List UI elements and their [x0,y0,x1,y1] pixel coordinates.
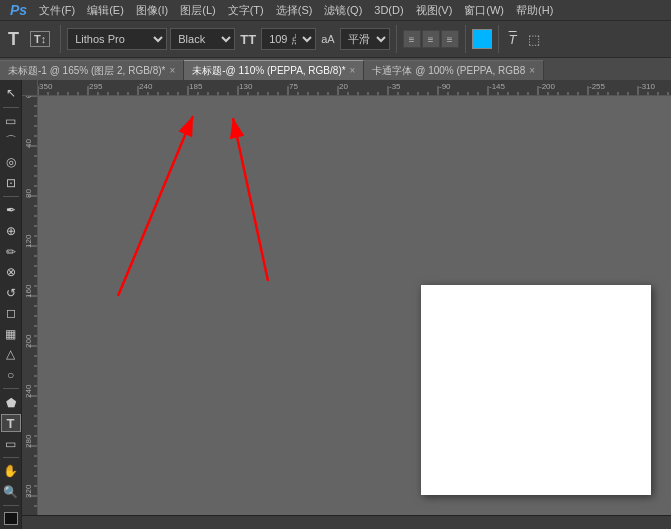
align-center-button[interactable]: ≡ [422,30,440,48]
text-tool-button[interactable]: T [4,27,23,52]
tab-1-close[interactable]: × [350,65,356,76]
text-orientation-icon: T↕ [30,31,50,47]
horizontal-ruler-canvas [38,80,671,96]
foreground-color[interactable] [4,512,18,525]
svg-line-2 [233,118,268,281]
tool-spot-heal[interactable]: ⊕ [1,222,21,241]
tool-lasso[interactable]: ⌒ [1,132,21,151]
menu-bar: Ps 文件(F) 编辑(E) 图像(I) 图层(L) 文字(T) 选择(S) 滤… [0,0,671,20]
tool-clone[interactable]: ⊗ [1,263,21,282]
content-area [22,96,671,515]
svg-line-1 [118,116,193,296]
font-size-icon: TT [238,30,258,49]
tool-text[interactable]: T [1,414,21,433]
tab-1[interactable]: 未标题-@ 110% (PEPPA, RGB/8)* × [184,60,364,80]
menu-select[interactable]: 选择(S) [270,1,319,20]
menu-3d[interactable]: 3D(D) [368,2,409,18]
tab-2-close[interactable]: × [529,65,535,76]
vertical-ruler-canvas [22,96,38,515]
tool-gradient[interactable]: ▦ [1,325,21,344]
document-canvas [421,285,651,495]
tool-dodge[interactable]: ○ [1,366,21,385]
tool-crop[interactable]: ⊡ [1,174,21,193]
text-orientation-button[interactable]: T↕ [26,29,54,49]
vertical-ruler [22,96,38,515]
font-size-select[interactable]: 109 点 [261,28,316,50]
canvas-container [22,80,671,529]
anti-alias-label: aA [319,31,336,47]
tabs-bar: 未标题-1 @ 165% (图层 2, RGB/8)* × 未标题-@ 110%… [0,58,671,80]
tool-history-brush[interactable]: ↺ [1,283,21,302]
tab-0-close[interactable]: × [169,65,175,76]
options-toolbar: T T↕ Lithos Pro Black TT 109 点 aA 平滑 ≡ ≡… [0,20,671,58]
anti-alias-select[interactable]: 平滑 [340,28,390,50]
tool-marquee[interactable]: ▭ [1,112,21,131]
tool-shape[interactable]: ▭ [1,434,21,453]
menu-filter[interactable]: 滤镜(Q) [318,1,368,20]
tab-2[interactable]: 卡通字体 @ 100% (PEPPA, RGB8 × [364,60,544,80]
align-left-button[interactable]: ≡ [403,30,421,48]
tool-brush[interactable]: ✏ [1,242,21,261]
separator-2 [396,25,397,53]
tool-quick-select[interactable]: ◎ [1,153,21,172]
tool-path[interactable]: ⬟ [1,393,21,412]
font-family-select[interactable]: Lithos Pro [67,28,167,50]
separator-3 [465,25,466,53]
tool-separator-1 [3,107,19,108]
font-style-select[interactable]: Black [170,28,235,50]
separator-4 [498,25,499,53]
tool-separator-2 [3,196,19,197]
bottom-scrollbar[interactable] [22,515,671,529]
tab-1-label: 未标题-@ 110% (PEPPA, RGB/8)* [192,64,345,78]
tab-0-label: 未标题-1 @ 165% (图层 2, RGB/8)* [8,64,165,78]
menu-file[interactable]: 文件(F) [33,1,81,20]
menu-image[interactable]: 图像(I) [130,1,174,20]
align-right-button[interactable]: ≡ [441,30,459,48]
tool-zoom[interactable]: 🔍 [1,483,21,502]
tool-hand[interactable]: ✋ [1,462,21,481]
text-color-swatch[interactable] [472,29,492,49]
left-toolbar: ↖ ▭ ⌒ ◎ ⊡ ✒ ⊕ ✏ ⊗ ↺ ◻ ▦ △ ○ ⬟ T ▭ ✋ 🔍 [0,80,22,529]
menu-edit[interactable]: 编辑(E) [81,1,130,20]
ruler-row [22,80,671,96]
workspace[interactable] [38,96,671,515]
menu-help[interactable]: 帮助(H) [510,1,559,20]
menu-view[interactable]: 视图(V) [410,1,459,20]
separator-1 [60,25,61,53]
tool-blur[interactable]: △ [1,345,21,364]
warp-text-button[interactable]: T [505,30,521,49]
align-group: ≡ ≡ ≡ [403,30,459,48]
ruler-corner [22,80,38,96]
tool-separator-4 [3,457,19,458]
ps-logo: Ps [4,2,33,18]
transform-button[interactable]: ⬚ [524,30,544,49]
tool-eyedropper[interactable]: ✒ [1,201,21,220]
tool-eraser[interactable]: ◻ [1,304,21,323]
menu-layer[interactable]: 图层(L) [174,1,221,20]
tab-0[interactable]: 未标题-1 @ 165% (图层 2, RGB/8)* × [0,60,184,80]
menu-window[interactable]: 窗口(W) [458,1,510,20]
tab-2-label: 卡通字体 @ 100% (PEPPA, RGB8 [372,64,525,78]
menu-text[interactable]: 文字(T) [222,1,270,20]
tool-separator-5 [3,505,19,506]
tool-move[interactable]: ↖ [1,84,21,103]
main-area: ↖ ▭ ⌒ ◎ ⊡ ✒ ⊕ ✏ ⊗ ↺ ◻ ▦ △ ○ ⬟ T ▭ ✋ 🔍 [0,80,671,529]
horizontal-ruler [38,80,671,96]
tool-separator-3 [3,388,19,389]
